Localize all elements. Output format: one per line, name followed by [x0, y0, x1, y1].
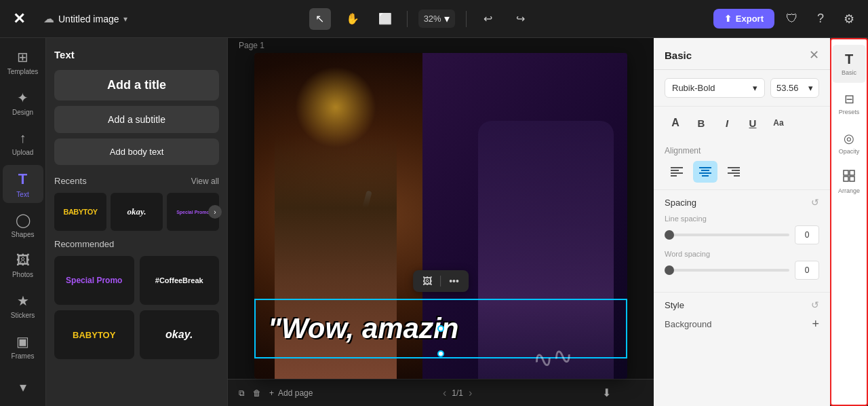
fr-arrange-btn[interactable]: Arrange — [832, 163, 866, 201]
fr-opacity-btn[interactable]: ◎ Opacity — [832, 124, 866, 162]
photos-icon: 🖼 — [16, 253, 30, 268]
copy-page-btn[interactable]: ⧉ — [239, 388, 245, 398]
recents-header: Recents View all — [54, 176, 219, 186]
rec-babytoy-label: BABYTOY — [73, 330, 115, 340]
arrange-icon — [843, 170, 855, 185]
title-group: ☁ Untitled image ▾ — [43, 12, 127, 25]
handle-bottom-center[interactable] — [437, 350, 444, 357]
style-reset-btn[interactable]: ↺ — [811, 299, 819, 310]
format-bold-btn[interactable]: B — [690, 112, 712, 134]
align-center-btn[interactable] — [693, 161, 717, 183]
prev-page-btn[interactable]: ‹ — [443, 387, 446, 399]
fr-basic-btn[interactable]: T Basic — [832, 45, 866, 83]
close-panel-btn[interactable]: ✕ — [809, 48, 819, 62]
float-divider — [440, 276, 441, 287]
floating-more-btn[interactable]: ••• — [446, 274, 462, 288]
text-element-container[interactable]: "Wow, amazin — [254, 312, 627, 345]
format-italic-btn[interactable]: I — [716, 112, 738, 134]
svg-rect-4 — [699, 167, 711, 168]
line-spacing-value[interactable]: 0 — [795, 225, 819, 244]
format-A-btn[interactable]: A — [665, 112, 686, 134]
font-selector[interactable]: Rubik-Bold ▾ — [665, 78, 765, 98]
hand-tool-btn[interactable]: ✋ — [342, 8, 363, 30]
word-spacing-control: 0 — [665, 261, 819, 280]
download-btn[interactable]: ⬇ — [602, 387, 611, 399]
align-right-btn[interactable] — [722, 161, 746, 183]
logo-icon: ✕ — [13, 10, 25, 28]
rec-okay2[interactable]: okay. — [140, 310, 220, 359]
add-background-btn[interactable]: + — [812, 317, 819, 331]
text-icon: T — [18, 170, 27, 188]
zoom-group[interactable]: 32% ▾ — [418, 10, 455, 28]
align-right-icon — [728, 167, 740, 177]
redo-btn[interactable]: ↪ — [510, 8, 532, 30]
stickers-icon: ★ — [17, 293, 29, 309]
spacing-header: Spacing ↺ — [665, 197, 819, 208]
basic-title: Basic — [665, 50, 692, 61]
style-label: Style — [665, 300, 684, 310]
app-logo[interactable]: ✕ — [8, 8, 30, 30]
rec-special-promo[interactable]: Special Promo — [54, 256, 134, 305]
word-spacing-thumb[interactable] — [665, 265, 674, 275]
help-btn[interactable]: ? — [810, 8, 831, 30]
export-button[interactable]: ⬆ Export — [713, 9, 774, 29]
rec-babytoy2[interactable]: BABYTOY — [54, 310, 134, 359]
frame-tool-btn[interactable]: ⬜ — [374, 8, 396, 30]
sidebar-item-design[interactable]: ✦ Design — [3, 84, 43, 122]
undo-btn[interactable]: ↩ — [477, 8, 499, 30]
canvas-wrapper[interactable]: "Wow, amazin 🖼 ••• ∿∿ — [228, 53, 654, 379]
add-title-btn[interactable]: Add a title — [54, 70, 219, 100]
line-spacing-thumb[interactable] — [665, 230, 674, 240]
topbar: ✕ ☁ Untitled image ▾ ↖ ✋ ⬜ 32% ▾ ↩ ↪ ⬆ E… — [0, 0, 868, 38]
format-underline-btn[interactable]: U — [742, 112, 764, 134]
rec-coffee-label: #CoffeeBreak — [155, 276, 203, 284]
recommended-label: Recommended — [54, 239, 219, 249]
shield-btn[interactable]: 🛡 — [781, 8, 803, 30]
sidebar-item-photos[interactable]: 🖼 Photos — [3, 246, 43, 284]
arrange-label: Arrange — [838, 187, 860, 194]
opacity-icon: ◎ — [844, 131, 854, 146]
canvas[interactable]: "Wow, amazin 🖼 ••• ∿∿ — [254, 53, 627, 379]
frames-icon: ▣ — [16, 333, 29, 350]
sidebar-item-templates[interactable]: ⊞ Templates — [3, 43, 43, 81]
font-size-control[interactable]: 53.56 ▾ — [770, 78, 819, 98]
sidebar-item-frames[interactable]: ▣ Frames — [3, 327, 43, 365]
sidebar-item-stickers[interactable]: ★ Stickers — [3, 287, 43, 325]
next-page-btn[interactable]: › — [469, 387, 472, 399]
recent-babytoy[interactable]: BABYTOY — [54, 193, 106, 231]
recents-arrow-btn[interactable]: › — [208, 205, 222, 219]
spacing-section: Spacing ↺ Line spacing 0 Word spacing — [654, 190, 830, 293]
title-chevron-icon[interactable]: ▾ — [123, 14, 127, 24]
sidebar-item-text[interactable]: T Text — [3, 165, 43, 203]
add-body-btn[interactable]: Add body text — [54, 139, 219, 165]
word-spacing-row: Word spacing 0 — [665, 250, 819, 280]
text-panel: Text Add a title Add a subtitle Add body… — [46, 38, 228, 406]
delete-page-btn[interactable]: 🗑 — [253, 388, 261, 398]
rec-coffee-break[interactable]: #CoffeeBreak — [140, 256, 220, 305]
rec-okay-label: okay. — [165, 329, 193, 341]
add-subtitle-btn[interactable]: Add a subtitle — [54, 106, 219, 133]
spacing-reset-btn[interactable]: ↺ — [811, 197, 819, 208]
recent-okay[interactable]: okay. — [111, 193, 163, 231]
word-spacing-slider[interactable] — [665, 269, 789, 272]
svg-rect-0 — [671, 167, 683, 168]
add-page-btn[interactable]: + Add page — [269, 388, 313, 398]
format-case-btn[interactable]: Aa — [768, 112, 789, 134]
canvas-area: Page 1 — [228, 38, 654, 406]
line-spacing-slider[interactable] — [665, 234, 789, 236]
handle-center[interactable] — [437, 325, 444, 332]
cursor-tool-btn[interactable]: ↖ — [309, 8, 331, 30]
word-spacing-value[interactable]: 0 — [795, 261, 819, 280]
settings-btn[interactable]: ⚙ — [838, 8, 860, 30]
svg-rect-12 — [844, 170, 848, 175]
alignment-row — [665, 161, 819, 183]
document-title[interactable]: Untitled image — [58, 14, 119, 24]
sidebar-item-shapes[interactable]: ◯ Shapes — [3, 206, 43, 244]
sidebar: ⊞ Templates ✦ Design ↑ Upload T Text ◯ S… — [0, 38, 46, 406]
floating-image-btn[interactable]: 🖼 — [420, 274, 435, 288]
sidebar-item-more[interactable]: ▾ — [3, 368, 43, 406]
view-all-link[interactable]: View all — [191, 177, 219, 186]
sidebar-item-upload[interactable]: ↑ Upload — [3, 125, 43, 163]
align-left-btn[interactable] — [665, 161, 689, 183]
fr-presets-btn[interactable]: ⊟ Presets — [832, 84, 866, 122]
